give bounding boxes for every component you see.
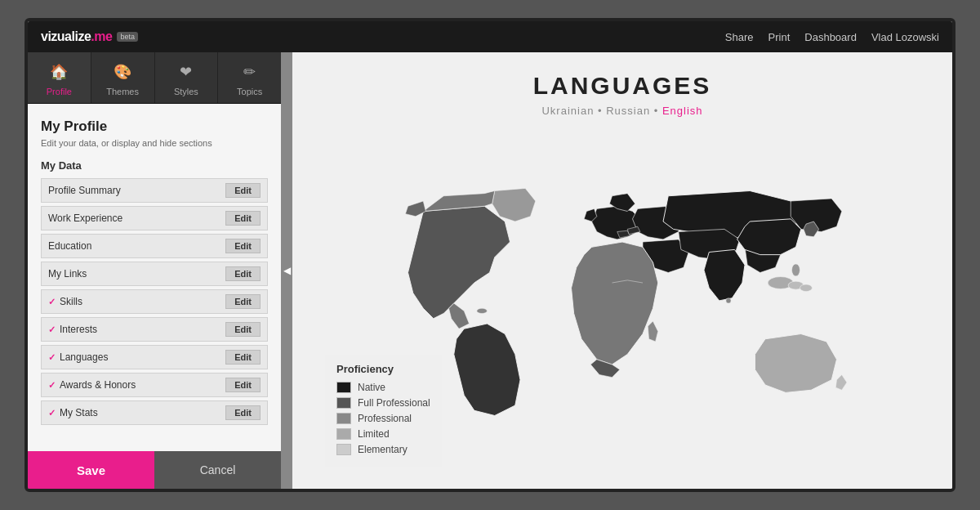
sidebar-tabs: 🏠 Profile 🎨 Themes ❤ Styles ✏ Topics [28,52,281,104]
edit-work-experience-button[interactable]: Edit [225,211,261,226]
interests-check: ✓ [48,324,56,335]
stats-check: ✓ [48,408,56,418]
toggle-icon: ◀ [283,265,291,276]
row-skills-label: ✓ Skills [48,296,82,307]
languages-check: ✓ [48,352,56,363]
row-awards: ✓ Awards & Honors Edit [41,373,268,397]
logo-text: vizualize.me [41,29,112,44]
proficiency-legend: Proficiency Native Full Professional Pro… [325,355,442,468]
svg-point-4 [792,263,800,275]
svg-point-3 [800,284,813,291]
edit-interests-button[interactable]: Edit [225,322,261,337]
edit-skills-button[interactable]: Edit [225,294,261,309]
svg-point-5 [726,298,731,302]
tab-profile-label: Profile [47,87,72,96]
tab-themes-label: Themes [106,87,139,96]
print-link[interactable]: Print [768,31,791,43]
tab-profile[interactable]: 🏠 Profile [28,52,91,103]
native-label: Native [358,382,385,393]
main-content: 🏠 Profile 🎨 Themes ❤ Styles ✏ Topics [28,52,952,489]
legend-full-professional: Full Professional [336,397,430,409]
top-bar: vizualize.me beta Share Print Dashboard … [28,21,952,52]
cancel-button[interactable]: Cancel [154,451,281,489]
row-my-stats-label: ✓ My Stats [48,407,98,418]
logo: vizualize.me beta [41,29,138,44]
languages-title: LANGUAGES [533,72,712,100]
row-work-experience: Work Experience Edit [41,206,268,230]
legend-native: Native [336,382,430,393]
profile-icon: 🏠 [47,60,70,83]
legend-professional: Professional [336,413,430,424]
elementary-label: Elementary [358,444,408,455]
save-button[interactable]: Save [28,451,154,489]
row-skills: ✓ Skills Edit [41,289,268,314]
subtitle-plain: Ukrainian • Russian • [541,105,662,117]
row-education: Education Edit [41,234,268,258]
tab-topics[interactable]: ✏ Topics [218,52,281,103]
row-profile-summary: Profile Summary Edit [41,178,268,203]
limited-label: Limited [358,428,390,440]
skills-check: ✓ [48,297,56,307]
elementary-swatch [336,444,351,455]
full-professional-label: Full Professional [358,397,430,409]
styles-icon: ❤ [175,60,198,83]
edit-education-button[interactable]: Edit [225,239,261,253]
row-profile-summary-label: Profile Summary [48,185,121,196]
row-awards-label: ✓ Awards & Honors [48,379,136,391]
top-nav: Share Print Dashboard Vlad Lozowski [725,31,939,43]
edit-my-stats-button[interactable]: Edit [225,405,261,420]
legend-elementary: Elementary [336,444,430,455]
world-map-container: Proficiency Native Full Professional Pro… [317,130,928,476]
tab-topics-label: Topics [237,87,262,96]
row-interests: ✓ Interests Edit [41,317,268,342]
row-interests-label: ✓ Interests [48,324,97,335]
sidebar-toggle[interactable]: ◀ [281,52,292,489]
content-panel: LANGUAGES Ukrainian • Russian • English [292,52,952,489]
sidebar-body: My Profile Edit your data, or display an… [28,104,281,451]
sidebar-footer: Save Cancel [28,451,281,489]
professional-label: Professional [358,413,412,424]
row-my-stats: ✓ My Stats Edit [41,400,268,425]
my-data-label: My Data [41,159,268,172]
row-education-label: Education [48,240,91,252]
section-subtitle: Edit your data, or display and hide sect… [41,138,268,148]
edit-languages-button[interactable]: Edit [225,350,261,365]
edit-awards-button[interactable]: Edit [225,378,261,392]
tab-themes[interactable]: 🎨 Themes [91,52,155,103]
tab-styles[interactable]: ❤ Styles [155,52,219,103]
topics-icon: ✏ [238,60,261,83]
tab-styles-label: Styles [174,87,198,96]
limited-swatch [336,428,351,440]
subtitle-highlight: English [662,105,703,117]
section-title: My Profile [41,119,268,135]
row-my-links-label: My Links [48,268,87,280]
awards-check: ✓ [48,380,56,391]
full-professional-swatch [336,397,351,409]
share-link[interactable]: Share [725,31,754,43]
row-my-links: My Links Edit [41,262,268,286]
svg-point-6 [477,308,488,313]
edit-my-links-button[interactable]: Edit [225,266,261,281]
row-work-experience-label: Work Experience [48,212,122,224]
languages-subtitle: Ukrainian • Russian • English [541,105,702,117]
dashboard-link[interactable]: Dashboard [804,31,857,43]
native-swatch [336,382,351,393]
professional-swatch [336,413,351,424]
legend-limited: Limited [336,428,430,440]
edit-profile-summary-button[interactable]: Edit [225,183,261,198]
logo-me: .me [91,29,112,43]
beta-badge: beta [117,32,138,42]
sidebar: 🏠 Profile 🎨 Themes ❤ Styles ✏ Topics [28,52,281,489]
legend-title: Proficiency [336,363,430,375]
user-link[interactable]: Vlad Lozowski [871,31,939,43]
row-languages-label: ✓ Languages [48,351,108,363]
row-languages: ✓ Languages Edit [41,345,268,369]
app-window: vizualize.me beta Share Print Dashboard … [24,18,956,492]
themes-icon: 🎨 [111,60,134,83]
